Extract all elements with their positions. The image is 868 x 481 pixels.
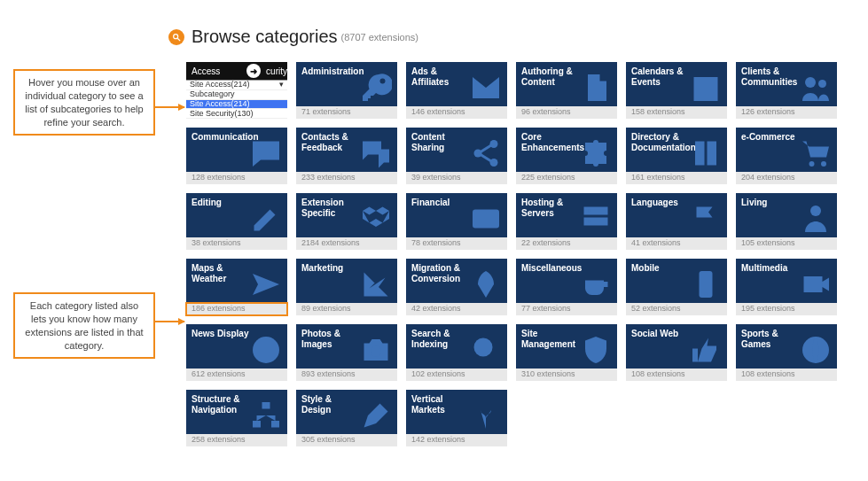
category-label: Content Sharing [411,132,473,152]
card-icon [468,202,504,236]
category-count: 186 extensions [186,303,287,315]
category-label: Multimedia [741,263,803,274]
category-label: e-Commerce [741,132,803,143]
brush-icon [358,399,394,432]
sitemap-icon [248,399,284,432]
thumb-icon [688,333,723,367]
category-label: Extension Specific [301,198,364,218]
category-card[interactable]: Contacts & Feedback233 extensions [296,128,397,184]
category-card[interactable]: Languages41 extensions [626,193,727,250]
category-card[interactable]: e-Commerce204 extensions [736,128,837,184]
search-icon [468,333,504,367]
category-card[interactable]: Marketing89 extensions [296,259,397,315]
category-count: 108 extensions [736,369,837,381]
category-card[interactable]: Style & Design305 extensions [296,390,397,446]
go-icon[interactable]: ➜ [246,64,261,78]
category-count: 142 extensions [406,434,507,446]
category-card[interactable]: Directory & Documentation161 extensions [626,128,727,184]
phone-icon [688,268,723,301]
callout-hover: Hover you mouse over an individual categ… [13,69,155,136]
calendar-icon [688,71,723,105]
dropdown-option[interactable]: Site Security(130) [186,109,287,119]
category-count: 258 extensions [186,434,287,446]
category-card[interactable]: Site Management310 extensions [516,324,617,381]
category-card[interactable]: Extension Specific2184 extensions [296,193,397,250]
category-count: 52 extensions [626,303,727,315]
chart-icon [358,268,394,301]
category-card[interactable]: Calendars & Events158 extensions [626,62,727,119]
category-label: Search & Indexing [411,329,473,349]
category-card[interactable]: Clients & Communities126 extensions [736,62,837,119]
category-count: 71 extensions [296,106,397,119]
category-label: Social Web [631,329,693,339]
category-card[interactable]: Financial78 extensions [406,193,507,250]
category-count: 225 extensions [516,172,617,184]
svg-point-0 [174,34,178,38]
callout-count: Each category listed also lets you know … [13,292,155,359]
category-card[interactable]: Administration71 extensions [296,62,397,119]
page-subtitle: (8707 extensions) [341,32,418,43]
category-card[interactable]: News Display612 extensions [186,324,287,381]
comment-icon [248,136,284,170]
category-label: Sports & Games [741,329,803,349]
doc-icon [578,71,614,105]
category-card[interactable]: Communication128 extensions [186,128,287,184]
category-card[interactable]: Authoring & Content96 extensions [516,62,617,119]
category-card[interactable]: Miscellaneous77 extensions [516,259,617,315]
category-card[interactable]: Mobile52 extensions [626,259,727,315]
category-card[interactable]: Search & Indexing102 extensions [406,324,507,381]
category-label: Photos & Images [301,329,364,349]
dropdown-selected[interactable]: Site Access(214) [186,81,287,90]
callout-arrow-2 [155,321,184,322]
card-title-right: curity [266,66,287,76]
svg-line-1 [177,38,180,41]
category-card[interactable]: Maps & Weather186 extensions [186,259,287,315]
category-label: Vertical Markets [411,394,473,415]
category-card[interactable]: Core Enhancements225 extensions [516,128,617,184]
category-label: Site Management [521,329,583,349]
server-icon [578,202,614,236]
category-label: Marketing [301,263,364,274]
category-count: 108 extensions [626,369,727,381]
category-card[interactable]: Vertical Markets142 extensions [406,390,507,446]
category-label: Maps & Weather [192,263,254,283]
category-label: Languages [631,198,693,208]
category-card[interactable]: Photos & Images893 extensions [296,324,397,381]
flag-icon [688,202,723,236]
category-count: 893 extensions [296,369,397,381]
page-header: Browse categories (8707 extensions) [168,27,418,47]
category-count: 77 extensions [516,303,617,315]
category-count: 105 extensions [736,237,837,250]
category-card[interactable]: Content Sharing39 extensions [406,128,507,184]
category-card[interactable]: Multimedia195 extensions [736,259,837,315]
category-count: 233 extensions [296,172,397,184]
category-count: 22 extensions [516,237,617,250]
camera-icon [358,333,394,367]
category-card[interactable]: Sports & Games108 extensions [736,324,837,381]
category-label: Structure & Navigation [192,394,254,415]
category-card[interactable]: Structure & Navigation258 extensions [186,390,287,446]
category-card[interactable]: Editing38 extensions [186,193,287,250]
category-count: 96 extensions [516,106,617,119]
category-card-access-security[interactable]: Access ➜ curity Site Access(214) Subcate… [186,62,287,119]
dropdown-option[interactable]: Site Access(214) [186,100,287,110]
card-title-left: Access [192,66,220,76]
category-card[interactable]: Hosting & Servers22 extensions [516,193,617,250]
category-count: 146 extensions [406,106,507,119]
category-label: Calendars & Events [631,66,693,87]
category-card[interactable]: Living105 extensions [736,193,837,250]
category-label: Core Enhancements [521,132,583,152]
category-label: Migration & Conversion [411,263,473,283]
category-count: 39 extensions [406,172,507,184]
category-label: Communication [192,132,254,143]
category-card[interactable]: Migration & Conversion42 extensions [406,259,507,315]
subcategory-dropdown[interactable]: Site Access(214) Subcategory Site Access… [186,80,287,119]
dropdown-option[interactable]: Subcategory [186,90,287,100]
category-card[interactable]: Social Web108 extensions [626,324,727,381]
category-card[interactable]: Ads & Affiliates146 extensions [406,62,507,119]
users-icon [798,71,833,105]
category-label: News Display [192,329,254,339]
key-icon [358,71,394,105]
category-count: 158 extensions [626,106,727,119]
category-count: 161 extensions [626,172,727,184]
